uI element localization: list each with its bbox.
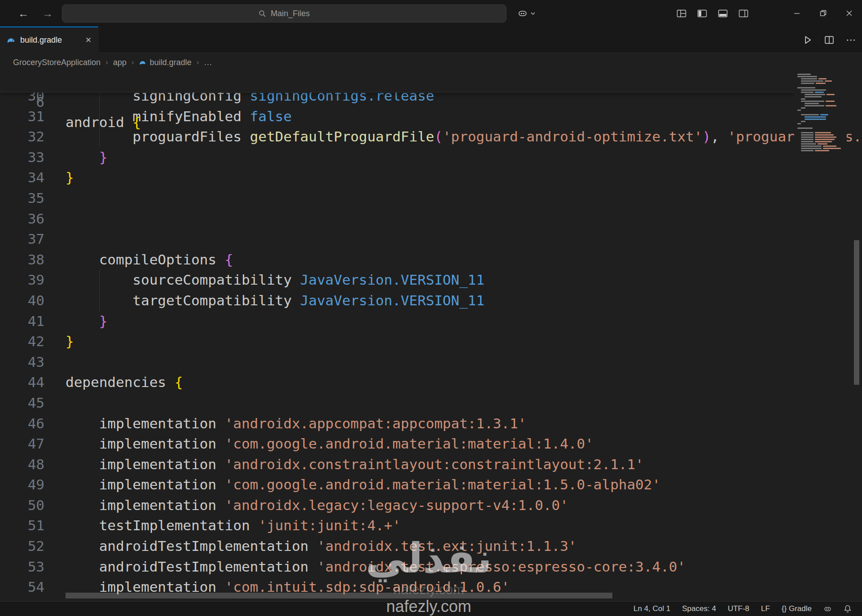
notifications-bell-icon[interactable] <box>838 605 858 613</box>
line-text: sourceCompatibility JavaVersion.VERSION_… <box>66 270 484 290</box>
restore-button[interactable] <box>810 0 836 26</box>
cursor-position[interactable]: Ln 4, Col 1 <box>628 604 676 613</box>
line-number[interactable]: 39 <box>0 270 44 290</box>
code-line[interactable]: 46 implementation 'androidx.appcompat:ap… <box>0 414 862 434</box>
customize-layout-icon[interactable] <box>676 8 687 19</box>
forward-icon[interactable]: → <box>42 7 53 20</box>
close-button[interactable] <box>836 0 862 26</box>
code-line[interactable]: 33 } <box>0 147 862 168</box>
breadcrumb: GroceryStoreApplication › app › build.gr… <box>0 53 862 72</box>
line-number[interactable]: 37 <box>0 229 44 250</box>
toggle-primary-sidebar-icon[interactable] <box>697 8 708 19</box>
code-line[interactable]: 51 testImplementation 'junit:junit:4.+' <box>0 515 862 536</box>
code-line[interactable]: 36 <box>0 209 862 229</box>
code-line[interactable]: 37 <box>0 229 862 250</box>
editor-actions: ⋯ <box>803 26 856 53</box>
tab-close-icon[interactable]: ✕ <box>85 35 92 45</box>
gradle-icon <box>139 59 146 66</box>
status-bar: Ln 4, Col 1 Spaces: 4 UTF-8 LF {} Gradle <box>0 601 862 616</box>
breadcrumb-file[interactable]: build.gradle <box>139 58 191 67</box>
search-text: Main_Files <box>271 9 310 18</box>
line-number[interactable]: 50 <box>0 495 44 516</box>
copilot-menu[interactable] <box>517 0 536 26</box>
chevron-right-icon: › <box>106 58 108 67</box>
code-line[interactable]: 44dependencies { <box>0 372 862 393</box>
code-line[interactable]: 48 implementation 'androidx.constraintla… <box>0 454 862 475</box>
line-text: } <box>66 167 74 188</box>
code-line[interactable]: 52 androidTestImplementation 'androidx.t… <box>0 536 862 557</box>
line-number[interactable]: 52 <box>0 536 44 557</box>
line-number[interactable]: 44 <box>0 372 44 393</box>
more-actions-icon[interactable]: ⋯ <box>846 34 856 46</box>
line-text: implementation 'androidx.constraintlayou… <box>66 454 644 475</box>
line-number[interactable]: 41 <box>0 311 44 332</box>
code-line[interactable]: 35 <box>0 188 862 209</box>
code-line[interactable]: 53 androidTestImplementation 'androidx.t… <box>0 557 862 577</box>
line-number[interactable]: 35 <box>0 188 44 209</box>
code-line[interactable]: 49 implementation 'com.google.android.ma… <box>0 475 862 495</box>
back-icon[interactable]: ← <box>18 7 29 20</box>
line-text: } <box>66 331 74 352</box>
code-line[interactable]: 42} <box>0 331 862 352</box>
breadcrumb-symbol[interactable]: … <box>204 58 212 67</box>
code-line[interactable]: 43 <box>0 352 862 373</box>
sticky-line-number: 6 <box>0 92 44 112</box>
sticky-scroll[interactable]: 6 android { <box>0 72 795 92</box>
encoding[interactable]: UTF-8 <box>722 604 755 613</box>
breadcrumb-app[interactable]: app <box>113 58 127 67</box>
code-line[interactable]: 41 } <box>0 311 862 332</box>
editor[interactable]: 30 signingConfig signingConfigs.release3… <box>0 72 862 601</box>
command-center-search[interactable]: Main_Files <box>62 4 506 22</box>
line-text: compileOptions { <box>66 250 233 270</box>
run-button[interactable] <box>803 35 813 45</box>
minimize-button[interactable] <box>784 0 810 26</box>
chevron-down-icon <box>530 11 536 16</box>
line-number[interactable]: 40 <box>0 290 44 311</box>
line-number[interactable]: 45 <box>0 393 44 414</box>
line-number[interactable]: 48 <box>0 454 44 475</box>
code-line[interactable]: 50 implementation 'androidx.legacy:legac… <box>0 495 862 516</box>
horizontal-scrollbar[interactable] <box>66 593 612 598</box>
tab-build-gradle[interactable]: build.gradle ✕ <box>0 26 98 53</box>
line-text: implementation 'com.google.android.mater… <box>66 434 594 454</box>
vertical-scrollbar[interactable] <box>854 240 859 385</box>
search-icon <box>259 10 266 18</box>
code-line[interactable]: 38 compileOptions { <box>0 250 862 270</box>
minimap[interactable] <box>795 72 847 157</box>
code-line[interactable]: 40 targetCompatibility JavaVersion.VERSI… <box>0 290 862 311</box>
line-number[interactable]: 53 <box>0 557 44 577</box>
line-number[interactable]: 42 <box>0 331 44 352</box>
line-text: androidTestImplementation 'androidx.test… <box>66 536 577 557</box>
toggle-panel-icon[interactable] <box>717 8 728 19</box>
breadcrumb-project[interactable]: GroceryStoreApplication <box>13 58 101 67</box>
eol-sequence[interactable]: LF <box>755 604 776 613</box>
line-number[interactable]: 43 <box>0 352 44 373</box>
code-line[interactable]: 45 <box>0 393 862 414</box>
language-mode[interactable]: {} Gradle <box>776 604 818 613</box>
chevron-right-icon: › <box>197 58 199 67</box>
line-number[interactable]: 54 <box>0 577 44 598</box>
line-number[interactable]: 46 <box>0 414 44 434</box>
gradle-icon <box>6 35 16 45</box>
line-number[interactable]: 51 <box>0 515 44 536</box>
line-number[interactable]: 49 <box>0 475 44 495</box>
line-number[interactable]: 38 <box>0 250 44 270</box>
copilot-status-icon[interactable] <box>818 605 838 613</box>
indentation[interactable]: Spaces: 4 <box>676 604 722 613</box>
code-lines: 30 signingConfig signingConfigs.release3… <box>0 86 862 598</box>
layout-controls <box>676 0 749 26</box>
code-line[interactable]: 47 implementation 'com.google.android.ma… <box>0 434 862 454</box>
code-line[interactable]: 34} <box>0 167 862 188</box>
toggle-secondary-sidebar-icon[interactable] <box>738 8 749 19</box>
window-controls <box>784 0 862 26</box>
line-text: dependencies { <box>66 372 183 393</box>
line-number[interactable]: 36 <box>0 209 44 229</box>
title-bar: ← → Main_Files <box>0 0 862 26</box>
code-line[interactable]: 39 sourceCompatibility JavaVersion.VERSI… <box>0 270 862 290</box>
line-text: } <box>66 311 107 332</box>
sticky-line-text: android { <box>66 112 141 132</box>
line-number[interactable]: 47 <box>0 434 44 454</box>
split-editor-icon[interactable] <box>824 35 834 45</box>
line-number[interactable]: 34 <box>0 167 44 188</box>
minimap-content <box>797 74 847 151</box>
